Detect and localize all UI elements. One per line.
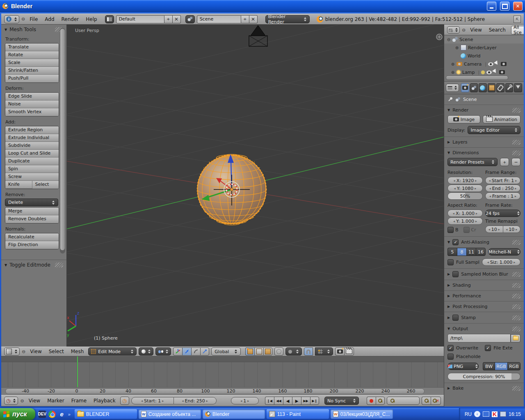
window-duplicate-icon[interactable]: ⇱ bbox=[514, 16, 521, 23]
aspect-y-field[interactable]: ◂Y: 1.000▸ bbox=[447, 217, 483, 225]
aa-filter-select[interactable]: Mitchell-N bbox=[488, 248, 520, 256]
editor-type-selector[interactable]: ◷ bbox=[4, 397, 18, 405]
motion-blur-checkbox[interactable] bbox=[452, 271, 459, 277]
use-preview-range-toggle[interactable]: ◷ bbox=[120, 397, 129, 405]
recalculate-button[interactable]: Recalculate bbox=[5, 233, 59, 241]
next-keyframe-button[interactable]: ▶▶ bbox=[301, 397, 310, 405]
collapse-icon[interactable]: ⊖ bbox=[447, 37, 451, 42]
add-layout-button[interactable]: ＋ bbox=[164, 15, 173, 23]
renderable-camera-icon[interactable] bbox=[501, 62, 507, 66]
border-checkbox[interactable] bbox=[447, 227, 454, 233]
current-frame-field[interactable]: ◂1▸ bbox=[231, 397, 259, 404]
collapse-menus-icon[interactable]: ⊖ bbox=[20, 398, 24, 404]
tab-constraints[interactable] bbox=[496, 83, 504, 92]
editor-type-selector[interactable] bbox=[447, 26, 460, 34]
delete-keyframe-button[interactable]: ✕ bbox=[431, 397, 441, 405]
layers-panel-header[interactable]: ▶Layers bbox=[447, 139, 520, 145]
maximize-button[interactable] bbox=[500, 2, 509, 11]
collapse-menus-icon[interactable]: ⊖ bbox=[22, 349, 25, 354]
editor-type-selector[interactable] bbox=[4, 347, 20, 356]
tool-shelf-scrollbar[interactable] bbox=[60, 28, 65, 253]
push-pull-button[interactable]: Push/Pull bbox=[5, 75, 59, 82]
menu-help[interactable]: Help bbox=[83, 16, 99, 22]
task-word-doc2[interactable]: W 03Лекция03(ДЛЯ_С... bbox=[331, 409, 393, 419]
duplicate-button[interactable]: Duplicate bbox=[5, 158, 59, 165]
resolution-x-field[interactable]: ◂X: 1920▸ bbox=[447, 177, 483, 184]
scene-name[interactable]: Scene bbox=[197, 15, 241, 23]
play-reverse-button[interactable]: ◀ bbox=[283, 397, 292, 405]
knife-button[interactable]: Knife bbox=[5, 181, 32, 189]
output-path-field[interactable]: /tmp\ bbox=[447, 334, 511, 342]
display-select[interactable]: Image Editor bbox=[468, 126, 520, 134]
keying-options-button[interactable] bbox=[376, 397, 385, 405]
translate-button[interactable]: Translate bbox=[5, 43, 59, 51]
render-presets-select[interactable]: Render Presets bbox=[447, 158, 498, 166]
post-processing-panel-header[interactable]: ▶Post Processing bbox=[447, 304, 520, 309]
compression-slider[interactable]: Compression: 90% bbox=[447, 373, 520, 380]
expand-icon[interactable]: ⊕ bbox=[451, 62, 455, 66]
chrome-icon[interactable] bbox=[48, 411, 56, 418]
aa-samples-5[interactable]: 5 bbox=[447, 248, 457, 256]
render-animation-button[interactable]: Animation bbox=[483, 115, 520, 123]
ie-icon[interactable]: e bbox=[58, 411, 66, 418]
rotate-button[interactable]: Rotate bbox=[5, 51, 59, 59]
tab-modifiers[interactable] bbox=[505, 83, 514, 92]
selectable-cursor-icon[interactable] bbox=[492, 68, 499, 75]
transform-orientation-select[interactable]: Global bbox=[211, 347, 241, 356]
tab-scene[interactable] bbox=[470, 83, 478, 92]
dev-cpp-icon[interactable]: DEV bbox=[39, 411, 46, 418]
screen-layout-name[interactable]: Default bbox=[116, 15, 164, 23]
outliner-item-lamp[interactable]: ⊕ Lamp | bbox=[444, 68, 524, 76]
jump-to-end-button[interactable]: ▶❙ bbox=[310, 397, 319, 405]
menu-select[interactable]: Select bbox=[46, 349, 66, 354]
render-panel-header[interactable]: ▼Render bbox=[447, 107, 520, 113]
manipulator-scale-toggle[interactable] bbox=[200, 347, 209, 356]
add-preset-button[interactable]: ＋ bbox=[500, 158, 509, 166]
outliner-scope-select[interactable]: All Sce bbox=[511, 26, 524, 34]
remap-new-field[interactable]: ◂10▸ bbox=[503, 226, 521, 233]
menu-view[interactable]: View bbox=[26, 398, 43, 404]
manipulator-axes-toggle[interactable] bbox=[173, 347, 182, 356]
antialiasing-checkbox[interactable]: ✓ bbox=[452, 239, 459, 245]
file-extensions-checkbox[interactable]: ✓ bbox=[485, 345, 491, 351]
current-frame-playhead[interactable] bbox=[77, 356, 78, 388]
jump-to-start-button[interactable]: ❙◀ bbox=[265, 397, 274, 405]
bake-panel-header[interactable]: ▶Bake bbox=[447, 386, 520, 391]
extrude-individual-button[interactable]: Extrude Individual bbox=[5, 134, 59, 142]
prev-keyframe-button[interactable]: ◀◀ bbox=[274, 397, 283, 405]
timeline-canvas[interactable]: -40 -20 0 20 40 60 80 100 120 140 160 18… bbox=[1, 356, 444, 395]
viewport-3d[interactable]: z x y User Persp (1) Sphere bbox=[67, 25, 444, 347]
remap-old-field[interactable]: ◂10▸ bbox=[485, 226, 503, 233]
screw-button[interactable]: Screw bbox=[5, 173, 59, 181]
proportional-edit-select[interactable] bbox=[285, 347, 302, 356]
renderable-camera-icon[interactable] bbox=[499, 70, 505, 74]
resolution-y-field[interactable]: ◂Y: 1080▸ bbox=[447, 185, 483, 192]
color-bw-button[interactable]: BW bbox=[483, 362, 495, 370]
remove-preset-button[interactable]: − bbox=[511, 158, 520, 166]
menu-frame[interactable]: Frame bbox=[69, 398, 89, 404]
add-scene-button[interactable]: ＋ bbox=[241, 15, 249, 23]
delete-layout-button[interactable]: ✕ bbox=[173, 15, 181, 23]
resolution-percentage-slider[interactable]: 50% bbox=[447, 192, 483, 200]
delete-menu[interactable]: Delete bbox=[5, 199, 58, 206]
screen-layout-icon-button[interactable] bbox=[105, 15, 114, 23]
antialiasing-panel-header[interactable]: ▼ ✓ Anti-Aliasing bbox=[447, 239, 520, 245]
menu-marker[interactable]: Marker bbox=[45, 398, 66, 404]
remove-doubles-button[interactable]: Remove Doubles bbox=[5, 215, 59, 223]
manipulator-rotate-toggle[interactable] bbox=[191, 347, 200, 356]
shrink-fatten-button[interactable]: Shrink/Fatten bbox=[5, 67, 59, 75]
viewport-shading-select[interactable] bbox=[139, 347, 153, 356]
tab-world[interactable] bbox=[479, 83, 487, 92]
aspect-x-field[interactable]: ◂X: 1.000▸ bbox=[447, 210, 483, 217]
collapse-menus-icon[interactable]: ⊖ bbox=[462, 27, 466, 33]
sync-mode-select[interactable]: No Sync bbox=[324, 397, 359, 405]
render-engine-select[interactable]: Blender Render bbox=[265, 15, 310, 23]
editor-type-selector[interactable] bbox=[446, 84, 459, 92]
face-select-toggle[interactable] bbox=[263, 347, 272, 356]
outliner-item-camera[interactable]: ⊕ Camera | bbox=[444, 60, 524, 68]
menu-search[interactable]: Search bbox=[486, 27, 508, 33]
render-image-button[interactable] bbox=[335, 347, 344, 356]
full-sample-checkbox[interactable] bbox=[447, 259, 454, 265]
manipulator-translate-toggle[interactable] bbox=[182, 347, 191, 356]
extrude-region-button[interactable]: Extrude Region bbox=[5, 126, 59, 134]
